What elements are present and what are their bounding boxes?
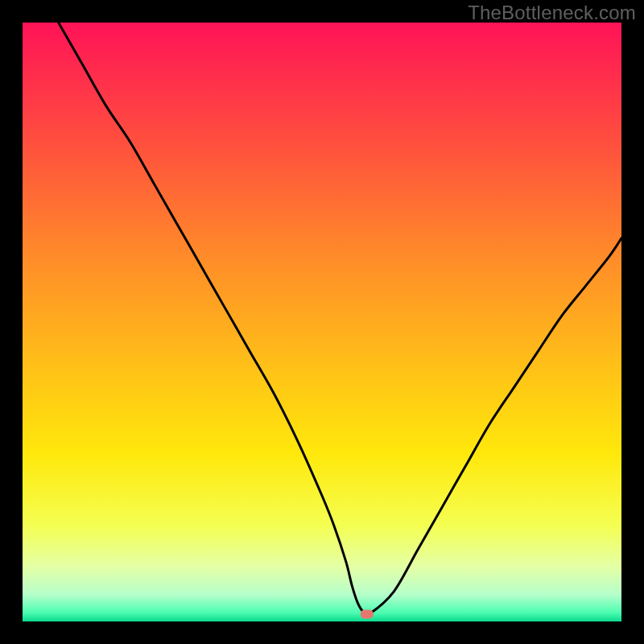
- chart-frame: TheBottleneck.com: [0, 0, 644, 644]
- optimal-point-marker: [361, 610, 374, 619]
- plot-area: [23, 23, 621, 621]
- watermark-text: TheBottleneck.com: [468, 2, 636, 24]
- gradient-background: [23, 23, 621, 621]
- chart-svg: [23, 23, 621, 621]
